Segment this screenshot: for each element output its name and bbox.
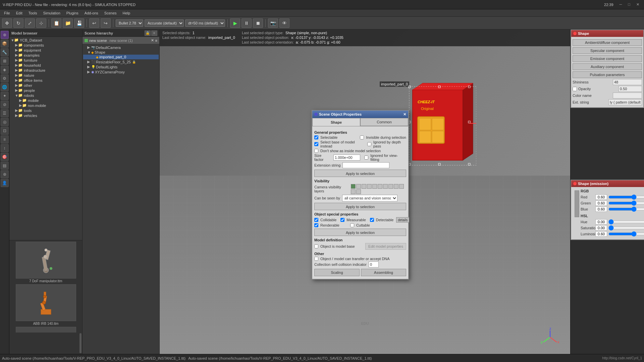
tree-item-examples[interactable]: ▶ 📁 examples bbox=[9, 53, 82, 58]
ext-string-input[interactable] bbox=[342, 162, 389, 168]
toolbar-select-btn[interactable]: ⊹ bbox=[36, 18, 46, 28]
menu-addons[interactable]: Add-ons bbox=[82, 10, 101, 16]
edit-model-btn[interactable]: Edit model properties bbox=[365, 243, 406, 250]
sidebar-icon-10[interactable]: ☰ bbox=[1, 109, 9, 117]
ext-string-shape-input[interactable] bbox=[608, 99, 642, 105]
scene-tree[interactable]: ▶ 📷 DefaultCamera ▼ ◆ Shape ◆ imported_p… bbox=[83, 44, 159, 354]
toolbar-open-btn[interactable]: 📁 bbox=[63, 18, 73, 28]
sidebar-icon-5[interactable]: ◈ bbox=[1, 66, 9, 74]
tree-item-people[interactable]: ▶ 📁 people bbox=[9, 88, 82, 93]
menu-simulation[interactable]: Simulation bbox=[40, 10, 63, 16]
details-btn[interactable]: details bbox=[396, 217, 409, 223]
view-btn[interactable]: 👁 bbox=[279, 18, 289, 28]
sidebar-icon-11[interactable]: ◎ bbox=[1, 118, 9, 126]
hue-input[interactable] bbox=[595, 219, 607, 225]
tree-item-mobile[interactable]: ▶ 📁 mobile bbox=[9, 98, 82, 103]
scaling-btn[interactable]: Scaling bbox=[314, 269, 360, 276]
layer-9[interactable] bbox=[394, 184, 398, 189]
thumbnails-scrollbar[interactable] bbox=[79, 333, 82, 353]
sidebar-icon-2[interactable]: 📦 bbox=[1, 40, 9, 48]
green-slider[interactable] bbox=[608, 200, 644, 206]
scene-config-btn[interactable]: ≡ bbox=[151, 31, 157, 36]
tree-item-nonmobile[interactable]: ▶ 📁 non-mobile bbox=[9, 103, 82, 108]
apply-btn-2[interactable]: Apply to selection bbox=[314, 203, 406, 210]
blue-input[interactable] bbox=[595, 206, 607, 212]
sidebar-icon-3[interactable]: 🔧 bbox=[1, 48, 9, 56]
menu-help[interactable]: Help bbox=[120, 10, 133, 16]
scene-config2-icon[interactable]: ≡ bbox=[155, 39, 157, 43]
camera-btn[interactable]: 📷 bbox=[268, 18, 278, 28]
selectable-checkbox[interactable] bbox=[314, 135, 318, 139]
sidebar-icon-6[interactable]: ⚙ bbox=[1, 74, 9, 82]
viewport[interactable]: Selected objects: 1 Last selected object… bbox=[160, 29, 570, 354]
minimize-btn[interactable]: ─ bbox=[618, 2, 624, 7]
color-name-input[interactable] bbox=[613, 93, 642, 99]
thumb-7dof[interactable]: 7 DoF manipulator.ttm bbox=[14, 242, 78, 283]
sidebar-icon-1[interactable]: ⊕ bbox=[1, 31, 9, 39]
toolbar-save-btn[interactable]: 💾 bbox=[74, 18, 84, 28]
toolbar-move-btn[interactable]: ✥ bbox=[2, 18, 12, 28]
pause-btn[interactable]: ⏸ bbox=[241, 18, 252, 28]
auxiliary-btn[interactable]: Auxiliary component bbox=[573, 63, 642, 70]
size-factor-input[interactable] bbox=[333, 155, 360, 161]
maximize-btn[interactable]: □ bbox=[626, 2, 632, 7]
tree-item-ycb[interactable]: ▼ 📁 YCB_Dataset bbox=[9, 38, 82, 43]
red-input[interactable] bbox=[595, 194, 607, 200]
green-input[interactable] bbox=[595, 200, 607, 206]
emissive-btn[interactable]: Emissive component bbox=[573, 55, 642, 62]
menu-plugins[interactable]: Plugins bbox=[64, 10, 81, 16]
depth-checkbox[interactable] bbox=[367, 142, 371, 146]
close-btn[interactable]: ✕ bbox=[634, 2, 641, 7]
cheezit-3d-object[interactable]: CHEEZ-IT Original bbox=[402, 76, 470, 164]
toolbar-scale-btn[interactable]: ⤢ bbox=[25, 18, 35, 28]
tree-item-household[interactable]: ▶ 📁 household bbox=[9, 63, 82, 68]
dna-checkbox[interactable] bbox=[314, 257, 318, 261]
layer-12[interactable] bbox=[356, 189, 361, 194]
layer-1[interactable] bbox=[351, 184, 356, 189]
toolbar-rotate-btn[interactable]: ↻ bbox=[13, 18, 23, 28]
scene-tree-shape[interactable]: ▼ ◆ Shape bbox=[83, 50, 159, 55]
layer-11[interactable] bbox=[351, 189, 356, 194]
sidebar-icon-7[interactable]: 🌐 bbox=[1, 83, 9, 91]
menu-scenes[interactable]: Scenes bbox=[102, 10, 119, 16]
detectable-checkbox[interactable] bbox=[370, 218, 374, 222]
model-browser-content[interactable]: ▼ 📁 YCB_Dataset ▶ 📁 components ▶ 📁 equip… bbox=[9, 37, 82, 240]
shininess-input[interactable] bbox=[613, 79, 642, 85]
opacity-input[interactable] bbox=[619, 86, 642, 92]
sidebar-icon-16[interactable]: ▤ bbox=[1, 162, 9, 170]
menu-file[interactable]: File bbox=[1, 10, 13, 16]
tab-shape[interactable]: Shape bbox=[312, 118, 360, 126]
tree-item-nature[interactable]: ▶ 📁 nature bbox=[9, 73, 82, 78]
layer-8[interactable] bbox=[388, 184, 393, 189]
thumb-abb360[interactable]: ABB IRB 360.ttm bbox=[14, 327, 78, 333]
assembling-btn[interactable]: Assembling bbox=[361, 269, 406, 276]
model-base-checkbox[interactable] bbox=[314, 244, 318, 248]
toolbar-new-btn[interactable]: 📋 bbox=[51, 18, 61, 28]
scene-lock-btn[interactable]: 🔒 bbox=[145, 31, 151, 36]
sidebar-icon-8[interactable]: ✦ bbox=[1, 92, 9, 100]
blue-slider[interactable] bbox=[608, 206, 644, 212]
collection-input[interactable] bbox=[369, 261, 379, 267]
layer-5[interactable] bbox=[372, 184, 377, 189]
stop-btn[interactable]: ⏹ bbox=[253, 18, 263, 28]
measurable-checkbox[interactable] bbox=[340, 218, 344, 222]
scene-tree-lights[interactable]: ▶ 💡 DefaultLights bbox=[83, 64, 159, 69]
tree-item-robots[interactable]: ▼ 📁 robots bbox=[9, 93, 82, 98]
layer-4[interactable] bbox=[367, 184, 372, 189]
layer-10[interactable] bbox=[399, 184, 404, 189]
sidebar-icon-17[interactable]: ⊛ bbox=[1, 170, 9, 178]
sidebar-icon-12[interactable]: ⊡ bbox=[1, 127, 9, 135]
scene-close-icon[interactable]: ✕ bbox=[151, 38, 154, 43]
tree-item-office[interactable]: ▶ 📁 office items bbox=[9, 78, 82, 83]
luminosity-input[interactable] bbox=[595, 231, 607, 237]
red-slider[interactable] bbox=[608, 194, 644, 200]
tree-item-components[interactable]: ▶ 📁 components bbox=[9, 43, 82, 48]
dont-show-checkbox[interactable] bbox=[314, 149, 318, 153]
saturation-slider[interactable] bbox=[608, 225, 644, 231]
scene-props-close-btn[interactable]: ✕ bbox=[403, 112, 406, 117]
tab-common[interactable]: Common bbox=[360, 118, 408, 126]
tree-item-tools[interactable]: ▶ 📁 tools bbox=[9, 108, 82, 113]
collidable-checkbox[interactable] bbox=[314, 218, 318, 222]
apply-btn-1[interactable]: Apply to selection bbox=[314, 170, 406, 177]
pulsation-btn[interactable]: Pulsation parameters bbox=[573, 71, 642, 78]
